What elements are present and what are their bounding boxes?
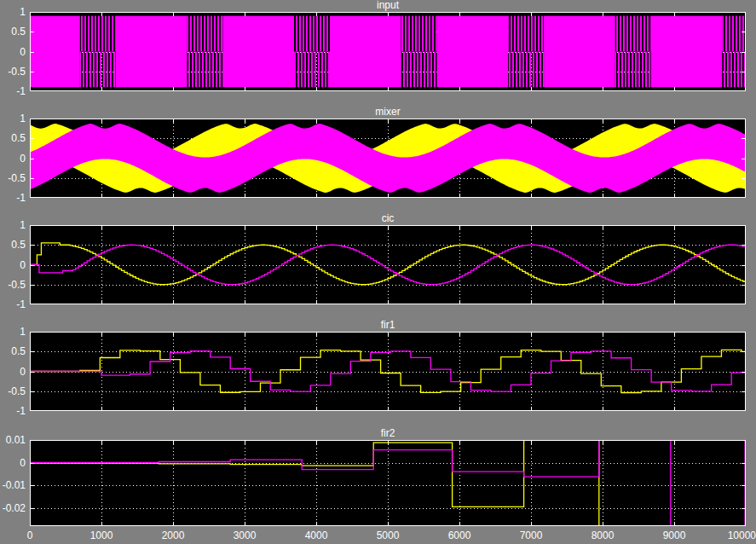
scope-figure: input mixer cic fir1 fir2 10.50-0.5-110.… xyxy=(0,0,756,544)
x-tick-label: 7000 xyxy=(505,530,557,541)
plot-mixer: mixer xyxy=(30,119,746,198)
y-tick-label: 0 xyxy=(0,153,26,165)
y-tick-label: 0 xyxy=(0,367,26,378)
x-tick-label: 8000 xyxy=(577,530,628,541)
plot-title-input: input xyxy=(30,0,746,11)
plot-fir2: fir2 xyxy=(30,440,746,526)
y-tick-label: -0.5 xyxy=(0,67,26,78)
y-tick-label: 0.5 xyxy=(0,133,26,144)
cic-waveform-canvas xyxy=(30,225,746,304)
y-tick-label: -0.5 xyxy=(0,173,26,184)
fir1-waveform-canvas xyxy=(30,332,746,411)
y-tick-label: -1 xyxy=(0,86,26,97)
y-tick-label: -0.01 xyxy=(0,480,26,491)
plot-title-fir1: fir1 xyxy=(30,320,746,331)
x-tick-label: 2000 xyxy=(147,530,199,541)
y-tick-label: -0.5 xyxy=(0,386,26,397)
plot-cic: cic xyxy=(30,225,746,304)
x-tick-label: 10000 xyxy=(705,530,756,541)
y-tick-label: -0.02 xyxy=(0,503,26,514)
y-tick-label: -1 xyxy=(0,299,26,310)
plot-title-fir2: fir2 xyxy=(30,428,746,439)
y-tick-label: 1 xyxy=(0,7,26,18)
plot-input: input xyxy=(30,12,746,91)
y-tick-label: 1 xyxy=(0,113,26,124)
y-tick-label: 0.5 xyxy=(0,26,26,38)
x-tick-label: 5000 xyxy=(362,530,413,541)
x-tick-label: 9000 xyxy=(649,530,700,541)
y-tick-label: 0 xyxy=(0,260,26,271)
x-tick-label: 0 xyxy=(4,530,55,541)
y-tick-label: 1 xyxy=(0,327,26,338)
y-tick-label: 1 xyxy=(0,220,26,231)
input-waveform-canvas xyxy=(30,12,746,91)
y-tick-label: 0.01 xyxy=(0,435,26,446)
x-tick-label: 4000 xyxy=(291,530,342,541)
fir2-waveform-canvas xyxy=(30,440,746,526)
plot-title-mixer: mixer xyxy=(30,107,746,118)
y-tick-label: -1 xyxy=(0,193,26,204)
plot-title-cic: cic xyxy=(30,213,746,224)
y-tick-label: 0.5 xyxy=(0,240,26,251)
plot-fir1: fir1 xyxy=(30,332,746,411)
y-tick-label: 0 xyxy=(0,47,26,58)
mixer-waveform-canvas xyxy=(30,119,746,198)
x-tick-label: 3000 xyxy=(219,530,270,541)
y-tick-label: -0.5 xyxy=(0,280,26,291)
x-tick-label: 1000 xyxy=(76,530,127,541)
y-tick-label: 0 xyxy=(0,458,26,469)
x-tick-label: 6000 xyxy=(434,530,485,541)
y-tick-label: -1 xyxy=(0,406,26,417)
y-tick-label: 0.5 xyxy=(0,346,26,357)
